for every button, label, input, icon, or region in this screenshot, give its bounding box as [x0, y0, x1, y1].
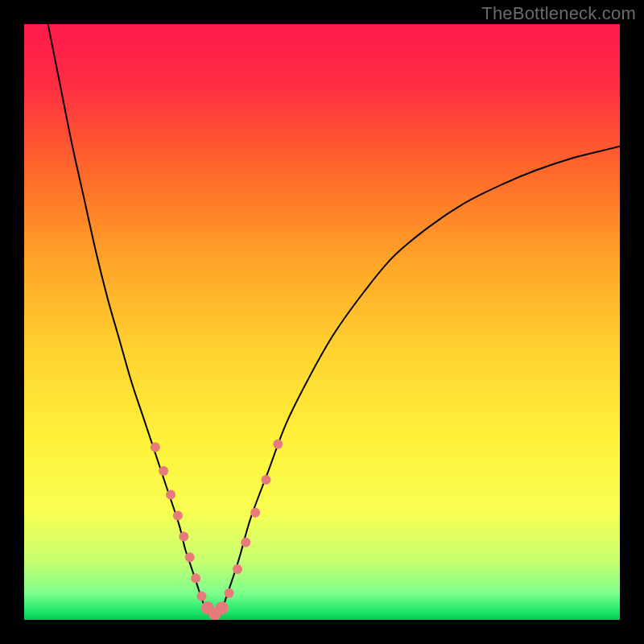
data-marker — [185, 552, 195, 562]
data-marker — [216, 601, 229, 614]
curve-left-branch — [48, 24, 209, 614]
data-marker — [225, 588, 234, 598]
data-marker — [191, 573, 200, 583]
plot-area — [24, 24, 620, 620]
data-marker — [151, 442, 160, 452]
data-marker — [233, 564, 242, 574]
data-marker — [166, 490, 175, 500]
data-marker — [250, 508, 260, 518]
curve-right-branch — [221, 147, 620, 614]
data-marker — [197, 591, 207, 601]
chart-frame: TheBottleneck.com — [0, 0, 644, 644]
data-marker — [241, 538, 250, 547]
watermark-text: TheBottleneck.com — [481, 3, 636, 24]
curve-layer — [24, 24, 620, 620]
data-marker — [273, 440, 283, 449]
data-marker — [159, 466, 168, 476]
data-marker — [261, 475, 270, 485]
data-marker — [179, 531, 188, 541]
data-marker — [173, 511, 183, 521]
